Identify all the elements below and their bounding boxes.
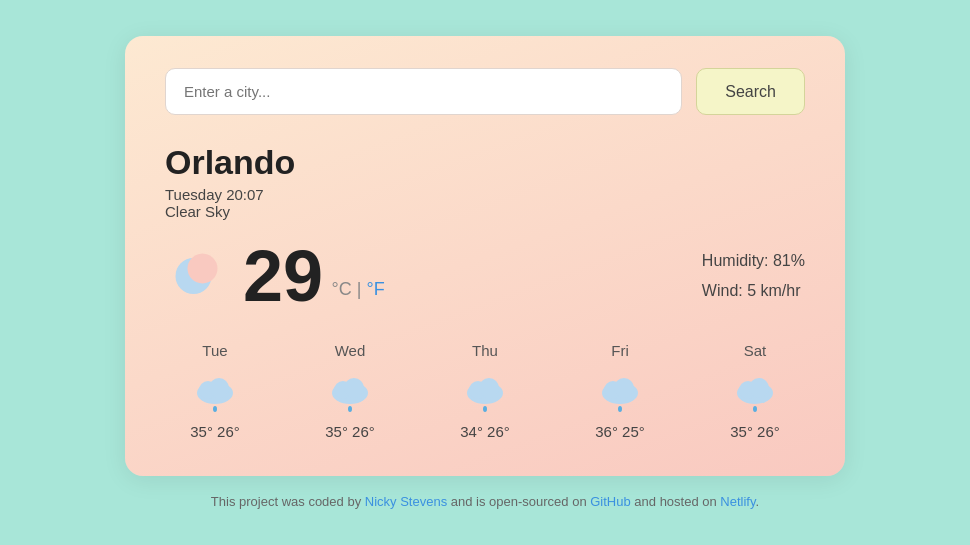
forecast-day: Wed 35° 26° <box>300 342 400 440</box>
wind: Wind: 5 km/hr <box>702 276 805 306</box>
footer: This project was coded by Nicky Stevens … <box>211 494 759 509</box>
forecast-cloud-icon <box>593 367 647 415</box>
temp-units: °C | °F <box>332 279 385 299</box>
forecast-day: Thu 34° 26° <box>435 342 535 440</box>
city-name: Orlando <box>165 143 805 182</box>
svg-point-17 <box>618 406 622 412</box>
weather-stats: Humidity: 81% Wind: 5 km/hr <box>702 246 805 307</box>
svg-point-16 <box>614 378 634 398</box>
svg-point-21 <box>753 406 757 412</box>
forecast-day-label: Sat <box>744 342 767 359</box>
forecast-temps: 34° 26° <box>460 423 510 440</box>
svg-point-9 <box>348 406 352 412</box>
forecast-cloud-icon <box>728 367 782 415</box>
forecast-day: Tue 35° 26° <box>165 342 265 440</box>
svg-point-4 <box>209 378 229 398</box>
forecast-day-label: Wed <box>335 342 366 359</box>
forecast-temps: 36° 25° <box>595 423 645 440</box>
svg-point-5 <box>213 406 217 412</box>
forecast-day: Fri 36° 25° <box>570 342 670 440</box>
svg-point-8 <box>344 378 364 398</box>
svg-point-1 <box>188 254 218 284</box>
svg-point-13 <box>483 406 487 412</box>
unit-sep: | <box>357 279 367 299</box>
weather-card: Search Orlando Tuesday 20:07 Clear Sky 2… <box>125 36 845 476</box>
forecast-day-label: Fri <box>611 342 629 359</box>
search-row: Search <box>165 68 805 115</box>
footer-text-middle: and is open-sourced on <box>447 494 590 509</box>
date-time: Tuesday 20:07 <box>165 186 805 203</box>
search-input[interactable] <box>165 68 682 115</box>
weather-main: 29 °C | °F Humidity: 81% Wind: 5 km/hr <box>165 240 805 312</box>
forecast-cloud-icon <box>323 367 377 415</box>
forecast-cloud-icon <box>458 367 512 415</box>
footer-author-link[interactable]: Nicky Stevens <box>365 494 447 509</box>
humidity: Humidity: 81% <box>702 246 805 276</box>
forecast-row: Tue 35° 26° Wed 35° 26° Thu <box>165 342 805 440</box>
svg-point-12 <box>479 378 499 398</box>
footer-text-before: This project was coded by <box>211 494 365 509</box>
current-weather-icon <box>165 246 225 306</box>
forecast-cloud-icon <box>188 367 242 415</box>
forecast-temps: 35° 26° <box>325 423 375 440</box>
unit-celsius: °C <box>332 279 352 299</box>
search-button[interactable]: Search <box>696 68 805 115</box>
footer-period: . <box>756 494 760 509</box>
forecast-temps: 35° 26° <box>730 423 780 440</box>
svg-point-20 <box>749 378 769 398</box>
footer-netlify-link[interactable]: Netlify <box>720 494 755 509</box>
forecast-day: Sat 35° 26° <box>705 342 805 440</box>
footer-github-link[interactable]: GitHub <box>590 494 630 509</box>
temperature-display: 29 °C | °F <box>243 240 385 312</box>
forecast-temps: 35° 26° <box>190 423 240 440</box>
forecast-day-label: Thu <box>472 342 498 359</box>
footer-text-after: and hosted on <box>631 494 721 509</box>
forecast-day-label: Tue <box>202 342 227 359</box>
unit-fahrenheit[interactable]: °F <box>366 279 384 299</box>
condition: Clear Sky <box>165 203 805 220</box>
temperature-value: 29 <box>243 236 323 316</box>
